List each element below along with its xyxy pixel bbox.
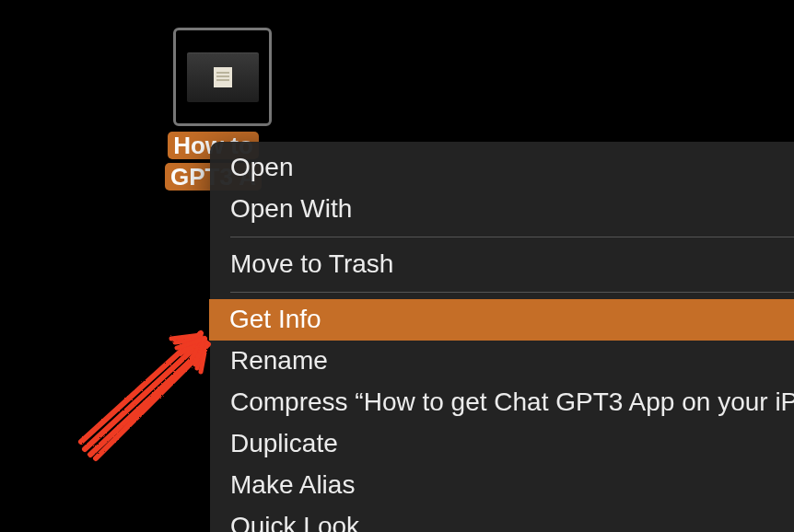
context-menu: Open Open With Move to Trash Get Info Re… [210,142,794,532]
menu-duplicate[interactable]: Duplicate [210,423,794,465]
menu-make-alias[interactable]: Make Alias [210,465,794,506]
menu-rename[interactable]: Rename [210,341,794,382]
menu-separator [230,237,794,237]
menu-open[interactable]: Open [210,147,794,189]
file-thumbnail[interactable] [173,28,272,126]
menu-move-to-trash[interactable]: Move to Trash [210,244,794,285]
svg-line-0 [85,339,204,449]
menu-compress[interactable]: Compress “How to get Chat GPT3 App on yo… [210,382,794,423]
thumbnail-doc-icon [214,67,232,87]
menu-get-info[interactable]: Get Info [209,299,794,341]
menu-open-with[interactable]: Open With [210,189,794,230]
menu-separator [230,292,794,293]
menu-quick-look[interactable]: Quick Look [210,506,794,532]
video-thumbnail [187,52,259,102]
svg-line-2 [90,344,208,455]
svg-line-1 [81,333,201,442]
svg-line-3 [96,350,204,458]
